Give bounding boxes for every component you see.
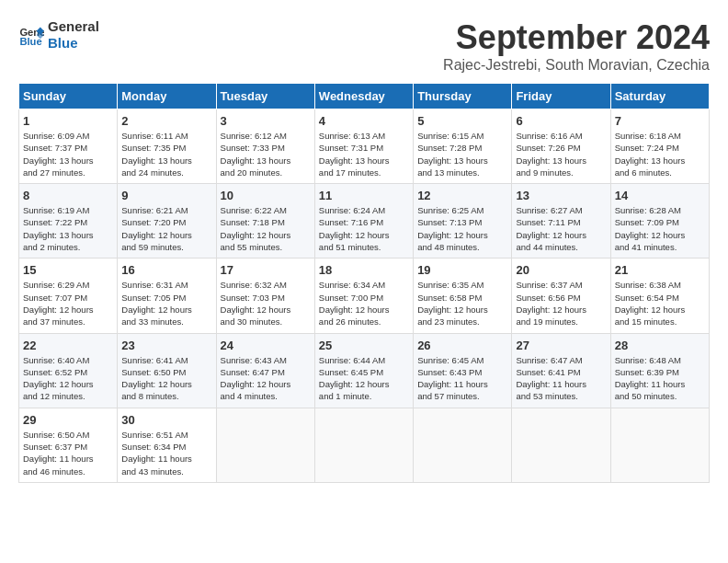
day-number: 1 — [23, 114, 113, 128]
calendar-week-row: 15Sunrise: 6:29 AM Sunset: 7:07 PM Dayli… — [19, 259, 710, 333]
day-info: Sunrise: 6:16 AM Sunset: 7:26 PM Dayligh… — [516, 130, 606, 178]
day-number: 6 — [516, 114, 606, 128]
day-number: 10 — [221, 189, 311, 202]
day-info: Sunrise: 6:22 AM Sunset: 7:18 PM Dayligh… — [221, 204, 311, 253]
day-number: 20 — [516, 263, 606, 277]
day-number: 7 — [615, 114, 705, 128]
day-info: Sunrise: 6:47 AM Sunset: 6:41 PM Dayligh… — [516, 354, 606, 403]
day-number: 5 — [417, 114, 507, 128]
calendar-cell: 5Sunrise: 6:15 AM Sunset: 7:28 PM Daylig… — [414, 109, 512, 184]
calendar-week-row: 8Sunrise: 6:19 AM Sunset: 7:22 PM Daylig… — [19, 184, 710, 259]
day-number: 11 — [319, 189, 409, 202]
calendar-cell — [610, 408, 709, 482]
day-number: 27 — [516, 339, 606, 352]
logo-general: General — [48, 18, 99, 35]
day-info: Sunrise: 6:40 AM Sunset: 6:52 PM Dayligh… — [23, 354, 113, 403]
page-header: General Blue General Blue September 2024… — [18, 18, 710, 74]
calendar-cell: 7Sunrise: 6:18 AM Sunset: 7:24 PM Daylig… — [610, 109, 709, 184]
day-info: Sunrise: 6:50 AM Sunset: 6:37 PM Dayligh… — [23, 429, 113, 477]
day-number: 26 — [417, 339, 507, 352]
header-day-sunday: Sunday — [19, 84, 118, 109]
calendar-week-row: 1Sunrise: 6:09 AM Sunset: 7:37 PM Daylig… — [19, 109, 710, 184]
day-number: 14 — [615, 189, 705, 202]
calendar-week-row: 29Sunrise: 6:50 AM Sunset: 6:37 PM Dayli… — [19, 408, 710, 482]
day-info: Sunrise: 6:24 AM Sunset: 7:16 PM Dayligh… — [319, 204, 409, 253]
day-info: Sunrise: 6:43 AM Sunset: 6:47 PM Dayligh… — [221, 354, 311, 403]
calendar-cell: 29Sunrise: 6:50 AM Sunset: 6:37 PM Dayli… — [19, 408, 118, 482]
header-day-thursday: Thursday — [414, 84, 512, 109]
logo-icon: General Blue — [18, 22, 44, 48]
day-info: Sunrise: 6:34 AM Sunset: 7:00 PM Dayligh… — [319, 279, 409, 327]
calendar-cell — [314, 408, 413, 482]
calendar-cell: 2Sunrise: 6:11 AM Sunset: 7:35 PM Daylig… — [118, 109, 216, 184]
day-info: Sunrise: 6:28 AM Sunset: 7:09 PM Dayligh… — [615, 204, 705, 253]
header-day-monday: Monday — [118, 84, 216, 109]
calendar-cell: 30Sunrise: 6:51 AM Sunset: 6:34 PM Dayli… — [118, 408, 216, 482]
day-info: Sunrise: 6:32 AM Sunset: 7:03 PM Dayligh… — [221, 279, 311, 327]
day-info: Sunrise: 6:48 AM Sunset: 6:39 PM Dayligh… — [615, 354, 705, 403]
month-title: September 2024 — [443, 18, 710, 57]
day-number: 16 — [121, 263, 211, 277]
calendar-cell: 17Sunrise: 6:32 AM Sunset: 7:03 PM Dayli… — [216, 259, 314, 333]
day-number: 19 — [417, 263, 507, 277]
calendar-cell: 23Sunrise: 6:41 AM Sunset: 6:50 PM Dayli… — [118, 333, 216, 408]
day-info: Sunrise: 6:12 AM Sunset: 7:33 PM Dayligh… — [221, 130, 311, 178]
calendar-cell: 11Sunrise: 6:24 AM Sunset: 7:16 PM Dayli… — [314, 184, 413, 259]
day-number: 13 — [516, 189, 606, 202]
title-block: September 2024 Rajec-Jestrebi, South Mor… — [443, 18, 710, 74]
day-info: Sunrise: 6:11 AM Sunset: 7:35 PM Dayligh… — [121, 130, 211, 178]
day-info: Sunrise: 6:44 AM Sunset: 6:45 PM Dayligh… — [319, 354, 409, 403]
svg-text:Blue: Blue — [19, 36, 41, 47]
day-number: 23 — [121, 339, 211, 352]
day-info: Sunrise: 6:29 AM Sunset: 7:07 PM Dayligh… — [23, 279, 113, 327]
calendar-cell: 1Sunrise: 6:09 AM Sunset: 7:37 PM Daylig… — [19, 109, 118, 184]
day-info: Sunrise: 6:13 AM Sunset: 7:31 PM Dayligh… — [319, 130, 409, 178]
calendar-cell: 13Sunrise: 6:27 AM Sunset: 7:11 PM Dayli… — [512, 184, 610, 259]
day-number: 15 — [23, 263, 113, 277]
header-day-wednesday: Wednesday — [314, 84, 413, 109]
day-number: 30 — [121, 413, 211, 427]
logo: General Blue General Blue — [18, 18, 99, 52]
day-info: Sunrise: 6:21 AM Sunset: 7:20 PM Dayligh… — [121, 204, 211, 253]
calendar-cell: 27Sunrise: 6:47 AM Sunset: 6:41 PM Dayli… — [512, 333, 610, 408]
day-info: Sunrise: 6:09 AM Sunset: 7:37 PM Dayligh… — [23, 130, 113, 178]
calendar-cell: 18Sunrise: 6:34 AM Sunset: 7:00 PM Dayli… — [314, 259, 413, 333]
calendar-cell — [414, 408, 512, 482]
calendar-cell: 14Sunrise: 6:28 AM Sunset: 7:09 PM Dayli… — [610, 184, 709, 259]
day-info: Sunrise: 6:35 AM Sunset: 6:58 PM Dayligh… — [417, 279, 507, 327]
day-info: Sunrise: 6:15 AM Sunset: 7:28 PM Dayligh… — [417, 130, 507, 178]
day-number: 12 — [417, 189, 507, 202]
calendar-cell — [216, 408, 314, 482]
calendar-cell: 8Sunrise: 6:19 AM Sunset: 7:22 PM Daylig… — [19, 184, 118, 259]
calendar-week-row: 22Sunrise: 6:40 AM Sunset: 6:52 PM Dayli… — [19, 333, 710, 408]
day-info: Sunrise: 6:19 AM Sunset: 7:22 PM Dayligh… — [23, 204, 113, 253]
day-info: Sunrise: 6:37 AM Sunset: 6:56 PM Dayligh… — [516, 279, 606, 327]
calendar-cell: 22Sunrise: 6:40 AM Sunset: 6:52 PM Dayli… — [19, 333, 118, 408]
day-number: 18 — [319, 263, 409, 277]
calendar-cell: 4Sunrise: 6:13 AM Sunset: 7:31 PM Daylig… — [314, 109, 413, 184]
calendar-cell: 9Sunrise: 6:21 AM Sunset: 7:20 PM Daylig… — [118, 184, 216, 259]
calendar-cell: 20Sunrise: 6:37 AM Sunset: 6:56 PM Dayli… — [512, 259, 610, 333]
calendar-cell: 10Sunrise: 6:22 AM Sunset: 7:18 PM Dayli… — [216, 184, 314, 259]
day-number: 4 — [319, 114, 409, 128]
calendar-cell: 28Sunrise: 6:48 AM Sunset: 6:39 PM Dayli… — [610, 333, 709, 408]
day-info: Sunrise: 6:41 AM Sunset: 6:50 PM Dayligh… — [121, 354, 211, 403]
calendar-cell: 24Sunrise: 6:43 AM Sunset: 6:47 PM Dayli… — [216, 333, 314, 408]
day-number: 24 — [221, 339, 311, 352]
day-number: 21 — [615, 263, 705, 277]
calendar-table: SundayMondayTuesdayWednesdayThursdayFrid… — [18, 83, 710, 483]
day-info: Sunrise: 6:38 AM Sunset: 6:54 PM Dayligh… — [615, 279, 705, 327]
calendar-cell: 25Sunrise: 6:44 AM Sunset: 6:45 PM Dayli… — [314, 333, 413, 408]
logo-blue: Blue — [48, 35, 99, 52]
calendar-cell: 16Sunrise: 6:31 AM Sunset: 7:05 PM Dayli… — [118, 259, 216, 333]
day-info: Sunrise: 6:18 AM Sunset: 7:24 PM Dayligh… — [615, 130, 705, 178]
day-info: Sunrise: 6:45 AM Sunset: 6:43 PM Dayligh… — [417, 354, 507, 403]
day-number: 2 — [121, 114, 211, 128]
day-info: Sunrise: 6:51 AM Sunset: 6:34 PM Dayligh… — [121, 429, 211, 477]
calendar-cell: 6Sunrise: 6:16 AM Sunset: 7:26 PM Daylig… — [512, 109, 610, 184]
day-number: 9 — [121, 189, 211, 202]
location-subtitle: Rajec-Jestrebi, South Moravian, Czechia — [443, 57, 710, 74]
day-number: 8 — [23, 189, 113, 202]
calendar-cell: 21Sunrise: 6:38 AM Sunset: 6:54 PM Dayli… — [610, 259, 709, 333]
day-number: 29 — [23, 413, 113, 427]
